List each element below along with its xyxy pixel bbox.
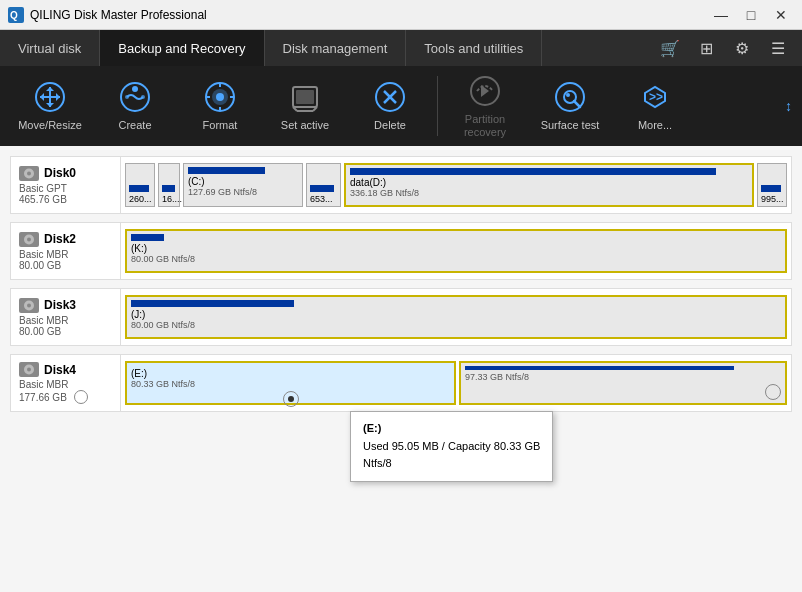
disk0-part4-bar: [310, 185, 334, 192]
surface-test-icon: [552, 79, 588, 115]
app-icon: Q: [8, 7, 24, 23]
disk4-tooltip: (E:) Used 95.05 MB / Capacity 80.33 GB N…: [350, 411, 553, 482]
toolbar-delete[interactable]: Delete: [350, 70, 430, 142]
disk0-part1-label: 260...: [129, 194, 151, 204]
tab-bar-icons: 🛒 ⊞ ⚙ ☰: [646, 30, 802, 66]
app-title: QILING Disk Master Professional: [30, 8, 708, 22]
disk3-part-j-bar: [131, 300, 294, 307]
move-resize-label: Move/Resize: [18, 119, 82, 132]
disk2-info: Disk2 Basic MBR 80.00 GB: [11, 223, 121, 279]
toolbar: Move/Resize Create: [0, 66, 802, 146]
disk3-partitions: (J:) 80.00 GB Ntfs/8: [121, 289, 791, 345]
toolbar-set-active[interactable]: Set active: [265, 70, 345, 142]
disk4-part2[interactable]: 97.33 GB Ntfs/8: [459, 361, 787, 405]
disk2-partitions: (K:) 80.00 GB Ntfs/8: [121, 223, 791, 279]
disk2-type: Basic MBR: [19, 249, 112, 260]
delete-icon: [372, 79, 408, 115]
gear-icon[interactable]: ⚙: [728, 34, 756, 62]
disk2-part-k[interactable]: (K:) 80.00 GB Ntfs/8: [125, 229, 787, 273]
disk3-part-j-label: (J:): [131, 309, 781, 320]
toolbar-format[interactable]: Format: [180, 70, 260, 142]
tab-tools-utilities[interactable]: Tools and utilities: [406, 30, 542, 66]
disk4-part2-size: 97.33 GB Ntfs/8: [465, 372, 781, 382]
disk2-size: 80.00 GB: [19, 260, 112, 271]
disk0-row: Disk0 Basic GPT 465.76 GB 260... 16.... …: [10, 156, 792, 214]
disk3-type: Basic MBR: [19, 315, 112, 326]
disk4-part-e[interactable]: (E:) 80.33 GB Ntfs/8: [125, 361, 456, 405]
disk4-name: Disk4: [44, 363, 76, 377]
svg-point-39: [27, 368, 31, 372]
disk4-type: Basic MBR: [19, 379, 112, 390]
set-active-icon: [287, 79, 323, 115]
toolbar-end-icon[interactable]: ↕: [785, 98, 792, 114]
minimize-button[interactable]: —: [708, 5, 734, 25]
disk0-part4-label: 653...: [310, 194, 337, 204]
disk4-radio[interactable]: [74, 390, 88, 404]
close-button[interactable]: ✕: [768, 5, 794, 25]
delete-label: Delete: [374, 119, 406, 132]
disk0-part-c[interactable]: (C:) 127.69 GB Ntfs/8: [183, 163, 303, 207]
partition-recovery-label: Partition recovery: [450, 113, 520, 139]
disk3-icon: [19, 298, 39, 313]
disk0-part1[interactable]: 260...: [125, 163, 155, 207]
more-icon: >>: [637, 79, 673, 115]
disk3-name: Disk3: [44, 298, 76, 312]
svg-rect-15: [296, 90, 314, 104]
toolbar-sep1: [437, 76, 438, 136]
svg-point-36: [27, 303, 31, 307]
svg-text:Q: Q: [10, 10, 18, 21]
tab-disk-management[interactable]: Disk management: [265, 30, 407, 66]
disk4-row: Disk4 Basic MBR 177.66 GB (E:) 80.33 GB …: [10, 354, 792, 412]
tab-virtual-disk[interactable]: Virtual disk: [0, 30, 100, 66]
disk3-part-j-size: 80.00 GB Ntfs/8: [131, 320, 781, 330]
disk0-type: Basic GPT: [19, 183, 112, 194]
toolbar-partition-recovery[interactable]: Partition recovery: [445, 70, 525, 142]
disk4-info: Disk4 Basic MBR 177.66 GB: [11, 355, 121, 411]
toolbar-move-resize[interactable]: Move/Resize: [10, 70, 90, 142]
part2-circle-icon: [765, 384, 781, 400]
toolbar-more[interactable]: >> More...: [615, 70, 695, 142]
svg-line-25: [574, 101, 580, 107]
disk4-size: 177.66 GB: [19, 392, 67, 403]
disk0-data-part[interactable]: data(D:) 336.18 GB Ntfs/8: [344, 163, 754, 207]
disk3-part-j[interactable]: (J:) 80.00 GB Ntfs/8: [125, 295, 787, 339]
tab-backup-recovery[interactable]: Backup and Recovery: [100, 30, 264, 66]
toolbar-surface-test[interactable]: Surface test: [530, 70, 610, 142]
svg-point-4: [132, 86, 138, 92]
svg-point-26: [566, 93, 570, 97]
disk2-part-k-label: (K:): [131, 243, 781, 254]
disk0-partitions: 260... 16.... (C:) 127.69 GB Ntfs/8 653.…: [121, 157, 791, 213]
svg-point-9: [216, 93, 224, 101]
svg-point-30: [27, 171, 31, 175]
disk4-part2-bar: [465, 366, 734, 370]
window-controls: — □ ✕: [708, 5, 794, 25]
disk0-part6-bar: [761, 185, 781, 192]
disk4-icon: [19, 362, 39, 377]
more-label: More...: [638, 119, 672, 132]
cart-icon[interactable]: 🛒: [656, 34, 684, 62]
disk4-part-e-size: 80.33 GB Ntfs/8: [131, 379, 450, 389]
disk2-part-k-size: 80.00 GB Ntfs/8: [131, 254, 781, 264]
disk0-partc-bar: [188, 167, 265, 174]
toolbar-create[interactable]: Create: [95, 70, 175, 142]
disk0-partc-label: (C:): [188, 176, 298, 187]
grid-icon[interactable]: ⊞: [692, 34, 720, 62]
disk0-part4[interactable]: 653...: [306, 163, 341, 207]
maximize-button[interactable]: □: [738, 5, 764, 25]
set-active-label: Set active: [281, 119, 329, 132]
svg-point-5: [125, 95, 129, 99]
disk0-info: Disk0 Basic GPT 465.76 GB: [11, 157, 121, 213]
disk0-part6[interactable]: 995...: [757, 163, 787, 207]
disk0-part2[interactable]: 16....: [158, 163, 180, 207]
disk0-data-label: data(D:): [350, 177, 748, 188]
disk4-partitions: (E:) 80.33 GB Ntfs/8 97.33 GB Ntfs/8: [121, 355, 791, 411]
disk0-part1-bar: [129, 185, 149, 192]
part-e-circle-icon: [283, 391, 299, 407]
tooltip-drive: (E:): [363, 420, 540, 438]
create-label: Create: [118, 119, 151, 132]
disk4-part-e-label: (E:): [131, 368, 450, 379]
disk0-data-size: 336.18 GB Ntfs/8: [350, 188, 748, 198]
menu-icon[interactable]: ☰: [764, 34, 792, 62]
disk0-icon: [19, 166, 39, 181]
disk0-data-bar: [350, 168, 716, 175]
